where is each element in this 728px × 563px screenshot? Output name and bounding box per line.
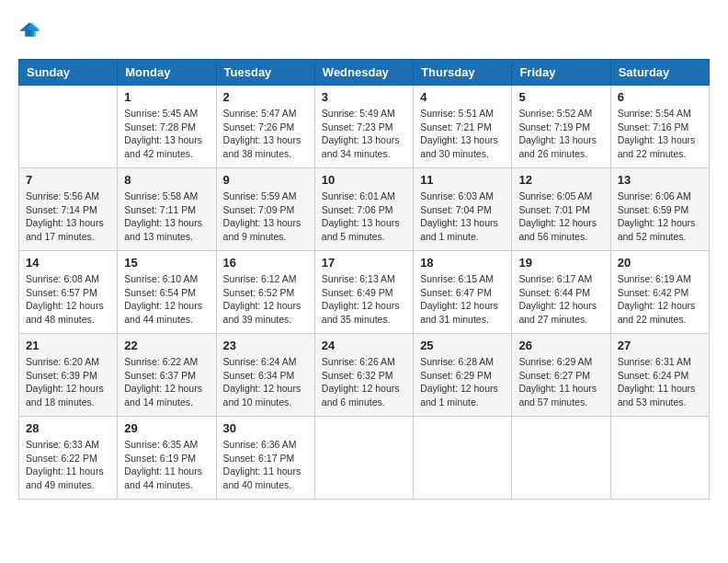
day-info: Sunrise: 5:51 AM Sunset: 7:21 PM Dayligh…	[420, 107, 505, 161]
day-info: Sunrise: 6:08 AM Sunset: 6:57 PM Dayligh…	[26, 272, 110, 327]
calendar-cell: 11Sunrise: 6:03 AM Sunset: 7:04 PM Dayli…	[414, 168, 512, 251]
day-number: 4	[420, 90, 505, 104]
day-number: 18	[420, 256, 505, 270]
day-number: 6	[618, 90, 702, 104]
calendar-cell: 26Sunrise: 6:29 AM Sunset: 6:27 PM Dayli…	[512, 334, 610, 417]
calendar-cell: 17Sunrise: 6:13 AM Sunset: 6:49 PM Dayli…	[314, 251, 413, 334]
calendar-week-row: 7Sunrise: 5:56 AM Sunset: 7:14 PM Daylig…	[19, 168, 710, 251]
day-number: 25	[420, 339, 505, 352]
logo	[18, 18, 44, 44]
calendar-cell: 30Sunrise: 6:36 AM Sunset: 6:17 PM Dayli…	[216, 417, 314, 500]
day-info: Sunrise: 6:06 AM Sunset: 6:59 PM Dayligh…	[618, 190, 702, 244]
day-info: Sunrise: 6:26 AM Sunset: 6:32 PM Dayligh…	[322, 355, 406, 409]
day-info: Sunrise: 6:10 AM Sunset: 6:54 PM Dayligh…	[124, 272, 209, 327]
day-info: Sunrise: 6:36 AM Sunset: 6:17 PM Dayligh…	[223, 438, 308, 492]
col-header-tuesday: Tuesday	[216, 60, 314, 86]
day-number: 15	[124, 256, 209, 270]
day-number: 9	[223, 173, 308, 187]
day-info: Sunrise: 6:15 AM Sunset: 6:47 PM Dayligh…	[420, 272, 505, 327]
col-header-saturday: Saturday	[610, 60, 709, 86]
day-number: 19	[518, 256, 603, 270]
day-info: Sunrise: 6:22 AM Sunset: 6:37 PM Dayligh…	[124, 355, 209, 409]
day-number: 20	[618, 256, 702, 270]
col-header-friday: Friday	[512, 60, 610, 86]
calendar-cell	[19, 86, 118, 168]
day-number: 29	[124, 421, 209, 435]
calendar-cell: 14Sunrise: 6:08 AM Sunset: 6:57 PM Dayli…	[19, 251, 118, 334]
day-info: Sunrise: 6:31 AM Sunset: 6:24 PM Dayligh…	[618, 355, 702, 409]
day-number: 30	[223, 421, 308, 435]
calendar-cell: 23Sunrise: 6:24 AM Sunset: 6:34 PM Dayli…	[216, 334, 314, 417]
calendar-cell: 8Sunrise: 5:58 AM Sunset: 7:11 PM Daylig…	[118, 168, 216, 251]
day-number: 26	[518, 339, 603, 352]
calendar-cell: 29Sunrise: 6:35 AM Sunset: 6:19 PM Dayli…	[118, 417, 216, 500]
day-info: Sunrise: 6:12 AM Sunset: 6:52 PM Dayligh…	[223, 272, 308, 327]
calendar-cell: 13Sunrise: 6:06 AM Sunset: 6:59 PM Dayli…	[610, 168, 709, 251]
day-info: Sunrise: 5:45 AM Sunset: 7:28 PM Dayligh…	[124, 107, 209, 161]
day-info: Sunrise: 6:17 AM Sunset: 6:44 PM Dayligh…	[518, 272, 603, 327]
day-info: Sunrise: 5:59 AM Sunset: 7:09 PM Dayligh…	[223, 190, 308, 244]
day-info: Sunrise: 5:47 AM Sunset: 7:26 PM Dayligh…	[223, 107, 308, 161]
day-number: 10	[322, 173, 406, 187]
calendar-cell: 3Sunrise: 5:49 AM Sunset: 7:23 PM Daylig…	[314, 86, 413, 168]
day-info: Sunrise: 6:05 AM Sunset: 7:01 PM Dayligh…	[518, 190, 603, 244]
day-number: 21	[26, 339, 110, 352]
calendar-cell: 6Sunrise: 5:54 AM Sunset: 7:16 PM Daylig…	[610, 86, 709, 168]
day-info: Sunrise: 6:24 AM Sunset: 6:34 PM Dayligh…	[223, 355, 308, 409]
page-header	[18, 18, 710, 44]
calendar-cell: 20Sunrise: 6:19 AM Sunset: 6:42 PM Dayli…	[610, 251, 709, 334]
day-number: 23	[223, 339, 308, 352]
day-info: Sunrise: 5:49 AM Sunset: 7:23 PM Dayligh…	[322, 107, 406, 161]
calendar-cell: 4Sunrise: 5:51 AM Sunset: 7:21 PM Daylig…	[414, 86, 512, 168]
day-info: Sunrise: 5:54 AM Sunset: 7:16 PM Dayligh…	[618, 107, 702, 161]
day-number: 12	[518, 173, 603, 187]
calendar-cell: 27Sunrise: 6:31 AM Sunset: 6:24 PM Dayli…	[610, 334, 709, 417]
day-number: 14	[26, 256, 110, 270]
day-info: Sunrise: 6:33 AM Sunset: 6:22 PM Dayligh…	[26, 438, 110, 492]
day-number: 24	[322, 339, 406, 352]
col-header-sunday: Sunday	[19, 60, 118, 86]
day-info: Sunrise: 6:35 AM Sunset: 6:19 PM Dayligh…	[124, 438, 209, 492]
col-header-wednesday: Wednesday	[314, 60, 413, 86]
day-number: 3	[322, 90, 406, 104]
calendar-cell	[414, 417, 512, 500]
day-number: 2	[223, 90, 308, 104]
day-number: 22	[124, 339, 209, 352]
calendar-cell: 9Sunrise: 5:59 AM Sunset: 7:09 PM Daylig…	[216, 168, 314, 251]
calendar-cell: 12Sunrise: 6:05 AM Sunset: 7:01 PM Dayli…	[512, 168, 610, 251]
calendar-header-row: SundayMondayTuesdayWednesdayThursdayFrid…	[19, 60, 710, 86]
calendar-cell: 10Sunrise: 6:01 AM Sunset: 7:06 PM Dayli…	[314, 168, 413, 251]
day-number: 1	[124, 90, 209, 104]
calendar-cell: 1Sunrise: 5:45 AM Sunset: 7:28 PM Daylig…	[118, 86, 216, 168]
day-info: Sunrise: 6:20 AM Sunset: 6:39 PM Dayligh…	[26, 355, 110, 409]
calendar-cell: 25Sunrise: 6:28 AM Sunset: 6:29 PM Dayli…	[414, 334, 512, 417]
day-number: 13	[618, 173, 702, 187]
day-number: 5	[518, 90, 603, 104]
calendar-week-row: 21Sunrise: 6:20 AM Sunset: 6:39 PM Dayli…	[19, 334, 710, 417]
day-number: 28	[26, 421, 110, 435]
day-number: 8	[124, 173, 209, 187]
calendar-table: SundayMondayTuesdayWednesdayThursdayFrid…	[18, 59, 710, 500]
day-info: Sunrise: 6:03 AM Sunset: 7:04 PM Dayligh…	[420, 190, 505, 244]
calendar-cell: 21Sunrise: 6:20 AM Sunset: 6:39 PM Dayli…	[19, 334, 118, 417]
calendar-cell: 15Sunrise: 6:10 AM Sunset: 6:54 PM Dayli…	[118, 251, 216, 334]
logo-icon	[18, 18, 40, 40]
day-number: 11	[420, 173, 505, 187]
day-number: 7	[26, 173, 110, 187]
logo-block	[18, 18, 40, 44]
calendar-week-row: 1Sunrise: 5:45 AM Sunset: 7:28 PM Daylig…	[19, 86, 710, 168]
day-info: Sunrise: 5:58 AM Sunset: 7:11 PM Dayligh…	[124, 190, 209, 244]
day-info: Sunrise: 6:01 AM Sunset: 7:06 PM Dayligh…	[322, 190, 406, 244]
day-info: Sunrise: 6:28 AM Sunset: 6:29 PM Dayligh…	[420, 355, 505, 409]
calendar-cell: 5Sunrise: 5:52 AM Sunset: 7:19 PM Daylig…	[512, 86, 610, 168]
day-info: Sunrise: 6:19 AM Sunset: 6:42 PM Dayligh…	[618, 272, 702, 327]
calendar-cell: 18Sunrise: 6:15 AM Sunset: 6:47 PM Dayli…	[414, 251, 512, 334]
day-info: Sunrise: 6:29 AM Sunset: 6:27 PM Dayligh…	[518, 355, 603, 409]
calendar-cell: 22Sunrise: 6:22 AM Sunset: 6:37 PM Dayli…	[118, 334, 216, 417]
col-header-thursday: Thursday	[414, 60, 512, 86]
calendar-cell: 7Sunrise: 5:56 AM Sunset: 7:14 PM Daylig…	[19, 168, 118, 251]
day-info: Sunrise: 6:13 AM Sunset: 6:49 PM Dayligh…	[322, 272, 406, 327]
calendar-cell: 28Sunrise: 6:33 AM Sunset: 6:22 PM Dayli…	[19, 417, 118, 500]
day-info: Sunrise: 5:52 AM Sunset: 7:19 PM Dayligh…	[518, 107, 603, 161]
day-number: 16	[223, 256, 308, 270]
